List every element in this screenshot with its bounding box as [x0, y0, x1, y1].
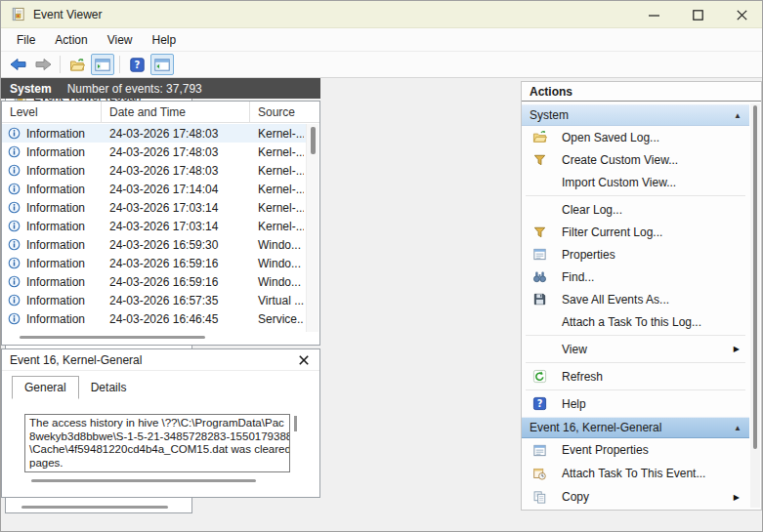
tab-general[interactable]: General	[12, 376, 79, 399]
action-event-properties[interactable]: Event Properties	[522, 438, 749, 462]
help-icon: ?	[531, 396, 548, 412]
action-attach-task-to-this-event[interactable]: Attach Task To This Event...	[522, 462, 749, 485]
funnel-icon	[531, 225, 548, 240]
event-row[interactable]: Information24-03-2026 17:48:03Kernel-...	[2, 161, 306, 180]
event-source: Windo...	[250, 238, 304, 252]
forward-button[interactable]	[31, 54, 55, 75]
section-header-label: System	[530, 108, 734, 122]
action-properties[interactable]: Properties	[522, 243, 749, 266]
info-icon	[6, 163, 21, 179]
window-title: Event Viewer	[33, 8, 102, 21]
scrollbar-thumb[interactable]	[31, 479, 256, 482]
info-icon	[6, 311, 21, 327]
menu-bar: FileActionViewHelp	[1, 28, 763, 52]
event-viewer-app-icon	[10, 7, 25, 22]
action-label: Help	[548, 397, 749, 411]
menu-action[interactable]: Action	[45, 30, 97, 50]
close-button[interactable]	[720, 1, 763, 28]
events-header: System Number of events: 37,793	[1, 78, 320, 99]
event-row[interactable]: Information24-03-2026 17:48:03Kernel-...	[2, 124, 306, 143]
action-open-saved-log[interactable]: Open Saved Log...	[522, 126, 749, 148]
action-copy[interactable]: Copy▶	[522, 485, 749, 509]
description-horizontal-scrollbar[interactable]	[27, 479, 274, 483]
event-level: Information	[2, 163, 102, 179]
info-icon	[6, 293, 21, 308]
action-view[interactable]: View▶	[522, 338, 749, 360]
actions-vertical-scrollbar[interactable]	[750, 103, 760, 508]
tree-horizontal-scrollbar[interactable]	[8, 504, 190, 510]
event-source: Kernel-...	[250, 127, 304, 141]
event-row[interactable]: Information24-03-2026 16:59:30Windo...	[2, 235, 306, 254]
action-import-custom-view[interactable]: Import Custom View...	[522, 171, 749, 193]
menu-help[interactable]: Help	[143, 30, 187, 50]
event-level: Information	[2, 237, 102, 253]
event-datetime: 24-03-2026 17:03:14	[102, 201, 250, 215]
action-find[interactable]: Find...	[522, 266, 749, 288]
action-create-custom-view[interactable]: Create Custom View...	[522, 148, 749, 171]
action-help[interactable]: ?Help	[522, 392, 749, 415]
menu-view[interactable]: View	[98, 30, 143, 50]
action-clear-log[interactable]: Clear Log...	[522, 198, 749, 221]
info-icon	[6, 126, 21, 142]
show-console-tree-button[interactable]	[91, 54, 114, 75]
event-source: Virtual ...	[250, 294, 304, 307]
open-saved-log-button[interactable]	[65, 54, 89, 75]
event-row[interactable]: Information24-03-2026 17:03:14Kernel-...	[2, 198, 306, 217]
section-header-system[interactable]: System▲	[522, 104, 749, 126]
detail-tabs: GeneralDetails	[2, 375, 319, 398]
tab-details[interactable]: Details	[79, 377, 139, 398]
event-row[interactable]: Information24-03-2026 17:48:03Kernel-...	[2, 143, 306, 161]
column-header-datetime[interactable]: Date and Time	[102, 102, 250, 122]
event-row[interactable]: Information24-03-2026 16:57:35Virtual ..…	[2, 291, 306, 309]
section-header-event-16-kernel-general[interactable]: Event 16, Kernel-General▲	[522, 417, 749, 438]
column-header-level[interactable]: Level	[2, 102, 102, 122]
action-save-all-events-as[interactable]: Save All Events As...	[522, 288, 749, 310]
detail-header: Event 16, Kernel-General	[2, 349, 319, 371]
action-label: Save All Events As...	[548, 293, 749, 307]
info-icon	[6, 200, 21, 216]
action-divider	[522, 360, 749, 365]
help-button[interactable]: ?	[125, 54, 148, 75]
event-description[interactable]: The access history in hive \??\C:\Progra…	[24, 414, 290, 472]
action-label: Open Saved Log...	[548, 131, 749, 144]
event-datetime: 24-03-2026 16:59:30	[102, 238, 250, 252]
action-attach-a-task-to-this-log[interactable]: Attach a Task To this Log...	[522, 310, 749, 333]
event-datetime: 24-03-2026 17:48:03	[102, 164, 250, 178]
maximize-button[interactable]	[676, 1, 720, 28]
action-filter-current-log[interactable]: Filter Current Log...	[522, 221, 749, 243]
menu-file[interactable]: File	[7, 30, 45, 50]
action-label: Attach a Task To this Log...	[548, 315, 749, 329]
toolbar-separator	[119, 56, 120, 73]
column-header-source[interactable]: Source	[250, 102, 306, 122]
show-action-pane-button[interactable]	[150, 54, 174, 75]
event-level: Information	[2, 126, 102, 142]
info-icon	[6, 274, 21, 290]
folder-open-icon	[531, 130, 548, 145]
submenu-arrow-icon: ▶	[734, 345, 749, 353]
event-level: Information	[2, 311, 102, 327]
scrollbar-thumb[interactable]	[20, 336, 205, 339]
event-row[interactable]: Information24-03-2026 16:59:16Windo...	[2, 272, 306, 291]
minimize-button[interactable]	[632, 1, 676, 28]
events-vertical-scrollbar[interactable]	[306, 124, 318, 332]
description-vertical-scrollbar-thumb[interactable]	[294, 416, 297, 431]
scrollbar-thumb[interactable]	[311, 127, 316, 154]
action-label: View	[548, 343, 734, 356]
close-detail-icon[interactable]	[296, 352, 312, 368]
action-label: Clear Log...	[548, 203, 749, 217]
scrollbar-thumb[interactable]	[21, 506, 168, 509]
event-row[interactable]: Information24-03-2026 17:03:14Kernel-...	[2, 217, 306, 235]
back-button[interactable]	[6, 54, 29, 75]
event-row[interactable]: Information24-03-2026 17:14:04Kernel-...	[2, 180, 306, 198]
action-divider	[522, 388, 749, 392]
scrollbar-thumb[interactable]	[753, 105, 757, 449]
event-row[interactable]: Information24-03-2026 16:46:45Service...	[2, 309, 306, 328]
event-row[interactable]: Information24-03-2026 16:59:16Windo...	[2, 254, 306, 272]
action-refresh[interactable]: Refresh	[522, 365, 749, 388]
action-divider	[522, 193, 749, 198]
svg-text:?: ?	[537, 398, 543, 409]
events-horizontal-scrollbar[interactable]	[4, 334, 304, 343]
event-level: Information	[2, 219, 102, 234]
actions-panel: Actions System▲Open Saved Log...Create C…	[521, 81, 762, 511]
save-icon	[531, 292, 548, 307]
